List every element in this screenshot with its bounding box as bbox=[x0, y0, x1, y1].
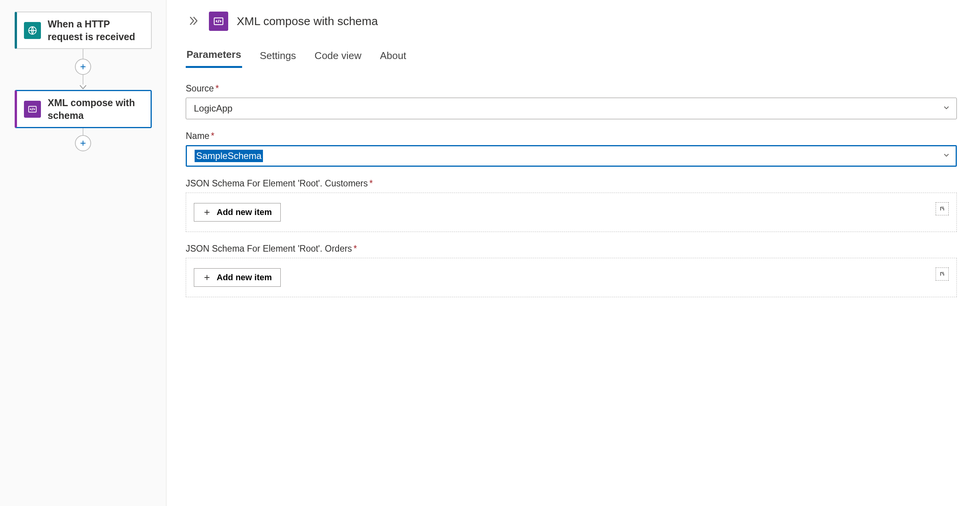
tab-strip: Parameters Settings Code view About bbox=[186, 46, 957, 68]
orders-label: JSON Schema For Element 'Root'. Orders* bbox=[186, 244, 957, 254]
dynamic-content-button[interactable] bbox=[936, 202, 949, 215]
add-customer-item-button[interactable]: Add new item bbox=[194, 203, 281, 222]
action-node-xml-compose[interactable]: XML compose with schema bbox=[15, 90, 152, 128]
edge-connector bbox=[75, 49, 91, 90]
trigger-node-http-request[interactable]: When a HTTP request is received bbox=[15, 12, 152, 49]
name-select[interactable]: SampleSchema bbox=[186, 145, 957, 167]
dynamic-content-button[interactable] bbox=[936, 267, 949, 281]
add-step-button-end[interactable] bbox=[75, 135, 91, 151]
add-step-button[interactable] bbox=[75, 59, 91, 75]
panel-title: XML compose with schema bbox=[237, 15, 378, 28]
add-order-item-button[interactable]: Add new item bbox=[194, 268, 281, 287]
orders-container: Add new item bbox=[186, 258, 957, 297]
name-select-value: SampleSchema bbox=[195, 150, 263, 162]
name-label: Name* bbox=[186, 131, 957, 141]
designer-canvas: When a HTTP request is received XML comp… bbox=[0, 0, 166, 506]
tab-parameters[interactable]: Parameters bbox=[186, 46, 242, 68]
source-label: Source* bbox=[186, 83, 957, 94]
source-select[interactable]: LogicApp bbox=[186, 98, 957, 119]
collapse-panel-button[interactable] bbox=[186, 14, 200, 29]
xml-compose-icon bbox=[209, 12, 228, 31]
http-request-icon bbox=[24, 22, 41, 39]
tab-about[interactable]: About bbox=[379, 46, 407, 68]
arrow-icon bbox=[80, 85, 86, 90]
tab-code-view[interactable]: Code view bbox=[314, 46, 362, 68]
source-select-value: LogicApp bbox=[194, 103, 232, 114]
customers-label: JSON Schema For Element 'Root'. Customer… bbox=[186, 178, 957, 189]
customers-container: Add new item bbox=[186, 193, 957, 232]
action-node-title: XML compose with schema bbox=[48, 96, 144, 122]
trigger-node-title: When a HTTP request is received bbox=[48, 18, 144, 43]
xml-compose-icon bbox=[24, 101, 41, 118]
edge-connector-end bbox=[75, 128, 91, 151]
properties-panel: XML compose with schema Parameters Setti… bbox=[166, 0, 980, 506]
tab-settings[interactable]: Settings bbox=[259, 46, 297, 68]
